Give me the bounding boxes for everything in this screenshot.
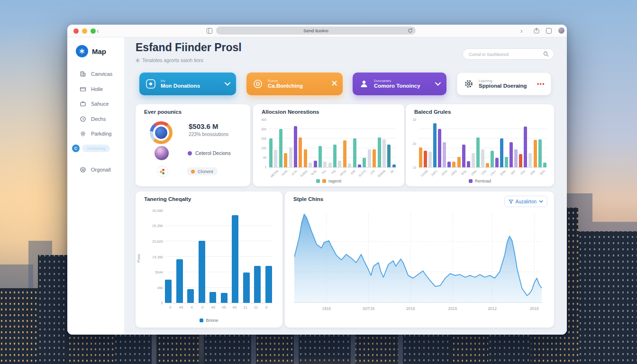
bar [428, 152, 432, 167]
bar [221, 293, 228, 303]
reload-icon[interactable] [408, 28, 413, 33]
bar [348, 164, 351, 167]
briefcase-icon [80, 100, 86, 107]
wallet-icon [80, 86, 86, 92]
sidebar-item-canvicas[interactable]: Canvicas [80, 71, 112, 77]
card-title: Ever poounics [144, 109, 182, 115]
bar [510, 142, 513, 167]
action-mon-donations[interactable]: Inv Mon Donations [139, 73, 236, 95]
ellipsis-menu[interactable]: ••• [537, 81, 545, 87]
card-allocsion-neorestions: Allocsion Neorestions 400300200100401 M0… [253, 104, 404, 186]
dashboard-app: Map Canvicas Holle Sahuce Dechs Parkding [67, 37, 567, 335]
bar [382, 139, 386, 167]
action-comoro-tonoincy[interactable]: Donoantes Comoro Tonoincy [353, 73, 446, 95]
bar [314, 161, 317, 167]
close-icon[interactable] [332, 81, 337, 87]
bar [457, 157, 461, 167]
bar [519, 154, 522, 167]
address-bar[interactable]: Send ituoino [216, 27, 416, 35]
bar [199, 241, 205, 303]
y-axis-title: Puxa [136, 254, 141, 263]
card-balecd-grules: Balecd Grules 302010 1428624PC20262003M3… [406, 104, 554, 186]
card-title: Allocsion Neorestions [262, 109, 319, 115]
bar [358, 164, 361, 167]
profile-avatar[interactable] [558, 27, 564, 34]
bar [433, 123, 437, 167]
bar [363, 158, 366, 167]
sidebar-item-parkding[interactable]: Parkding [80, 130, 111, 137]
bar [254, 266, 261, 303]
bar [514, 149, 518, 167]
app-logo[interactable]: Map [76, 45, 106, 57]
sidebar-item-orgonall[interactable]: Orgonall [80, 166, 111, 173]
bar [528, 153, 532, 167]
bar [424, 151, 427, 167]
bar [505, 157, 508, 167]
asterisk-icon [136, 58, 140, 63]
bar [462, 145, 465, 167]
new-tab-icon[interactable] [545, 27, 553, 35]
share-icon[interactable] [533, 27, 540, 35]
bar [419, 147, 422, 167]
sidebar-item-active[interactable]: C Accsoning [72, 145, 110, 152]
bar [338, 161, 341, 167]
bar [343, 140, 346, 167]
zoom-window-button[interactable] [91, 28, 96, 34]
card-tanering-cheqalty: Tanering Cheqalty Puxa 30,08025,35020,60… [136, 191, 282, 328]
bar-chart [165, 210, 272, 303]
legend-item: Ceterol Decions [188, 150, 231, 156]
legend-item: Clonent [187, 167, 218, 175]
sidebar-item-label: Orgonall [91, 167, 111, 173]
logo-label: Map [92, 47, 106, 55]
donut-center [155, 127, 167, 139]
minimize-window-button[interactable] [82, 28, 87, 34]
browser-window: ‹ Send ituoino › [67, 25, 567, 335]
bar [279, 129, 282, 167]
action-sppional-doeraing[interactable]: Liqoning Sppional Doeraing ••• [457, 73, 551, 95]
bar [265, 266, 272, 303]
close-window-button[interactable] [73, 28, 79, 34]
sidebar-toggle-icon[interactable] [206, 27, 213, 35]
page-subtitle: Teralotes agrorts saioh tiors [136, 57, 203, 63]
bar [304, 149, 307, 167]
legend-dot [191, 170, 195, 173]
chart-filter-dropdown[interactable]: Auzalirton [504, 196, 547, 207]
mini-logo-icon [157, 166, 168, 177]
forward-button[interactable]: › [520, 26, 523, 36]
sidebar-item-dechs[interactable]: Dechs [80, 116, 106, 122]
main-content: Esfand Fiinder Prosl Teralotes agrorts s… [125, 37, 567, 335]
sidebar-item-holle[interactable]: Holle [80, 86, 103, 92]
dropdown-value: Auzalirton [516, 199, 537, 204]
bar [368, 149, 371, 167]
bar [438, 129, 441, 167]
bar [274, 150, 277, 167]
sidebar-item-label: Holle [91, 86, 103, 92]
sidebar-item-sahuce[interactable]: Sahuce [80, 100, 109, 107]
action-ca-bonlching[interactable]: Ruinm Ca.Bonlching [246, 73, 343, 95]
back-button[interactable]: ‹ [97, 26, 99, 36]
bar [176, 259, 183, 303]
y-axis-ticks: 400300200100401 [255, 119, 266, 167]
bar [165, 280, 172, 303]
bar-chart [419, 119, 546, 168]
bar [373, 149, 376, 167]
sidebar-item-label: Dechs [91, 116, 106, 122]
donut-chart [150, 121, 173, 144]
bar [538, 139, 542, 167]
bar [486, 163, 489, 167]
y-axis-ticks: 30,08025,35020,60015,38050444500 [142, 210, 163, 303]
chevron-down-icon [539, 200, 543, 203]
bar [333, 145, 337, 167]
sidebar: Map Canvicas Holle Sahuce Dechs Parkding [67, 37, 125, 335]
filter-icon [509, 199, 513, 204]
overview-value: $503.6 M [189, 122, 218, 130]
bar [491, 151, 494, 167]
bar [353, 138, 356, 167]
bar-chart [269, 119, 396, 168]
x-axis-labels: 045404545401111E [165, 305, 272, 312]
search-input[interactable] [468, 51, 543, 57]
bar [495, 158, 499, 167]
search-icon[interactable] [543, 51, 549, 57]
bar [299, 137, 302, 167]
card-ever-poounics: Ever poounics $503.6 M 223% bnossiutions… [136, 104, 250, 186]
